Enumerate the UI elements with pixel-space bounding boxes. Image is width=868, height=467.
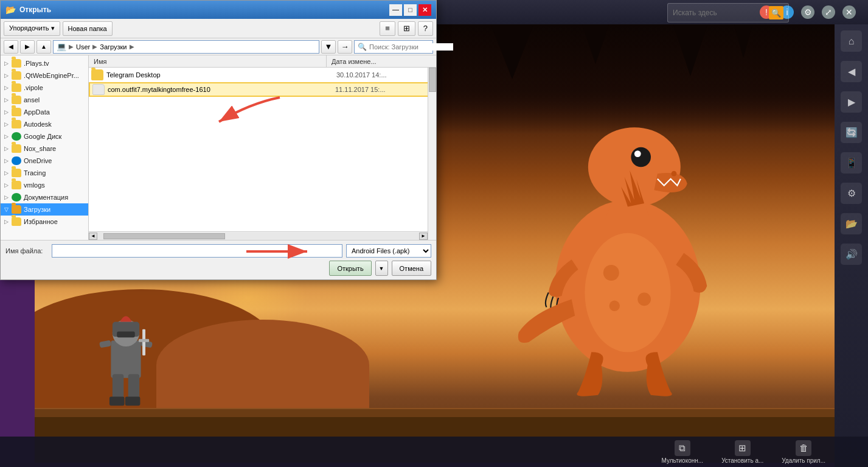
forward-button[interactable]: ► (20, 40, 35, 54)
path-bar[interactable]: 💻 ▶ User ▶ Загрузки ▶ (53, 40, 319, 54)
multiwindow-action[interactable]: ⧉ Мультиоконн... (661, 440, 703, 464)
col-name-label: Имя (94, 58, 106, 65)
file-item-telegram[interactable]: Telegram Desktop 30.10.2017 14:... (89, 68, 436, 82)
multiwindow-label: Мультиоконн... (661, 457, 703, 464)
nav-item-gdrive[interactable]: ▷ Google Диск (1, 130, 88, 142)
col-date-header[interactable]: Дата измене... (327, 55, 436, 67)
sidebar-icon-4[interactable]: 🔄 (841, 122, 862, 143)
scroll-left-btn[interactable]: ◄ (89, 233, 97, 240)
maximize-button[interactable]: □ (404, 4, 417, 16)
nav-item-onedrive[interactable]: ▷ OneDrive (1, 155, 88, 167)
svg-point-14 (631, 147, 651, 167)
nav-item-label: Документация (24, 194, 68, 201)
resize-icon-btn[interactable]: ⤢ (822, 5, 835, 19)
refresh-button[interactable]: → (338, 40, 352, 54)
open-button[interactable]: Открыть (329, 261, 371, 276)
install-action[interactable]: ⊞ Установить а... (721, 440, 763, 464)
file-item-apk[interactable]: com.outfit7.mytalkingtomfree-1610 11.11.… (89, 82, 436, 97)
sidebar-icon-2[interactable]: ◀ (841, 61, 862, 82)
svg-point-17 (585, 233, 670, 352)
scroll-right-btn[interactable]: ► (419, 233, 428, 240)
expand-arrow: ▷ (4, 121, 9, 127)
sidebar-icon-3[interactable]: ▶ (841, 91, 862, 113)
ground-top (35, 408, 835, 417)
right-file-pane: Имя Дата измене... Telegram Desktop 30.1… (89, 55, 436, 240)
folder-icon (12, 144, 21, 153)
filename-row: Имя файла: Android Files (.apk) (5, 244, 431, 258)
new-folder-button[interactable]: Новая папка (63, 21, 113, 36)
settings-icon-btn[interactable]: ⚙ (801, 5, 814, 19)
column-header: Имя Дата измене... (89, 55, 436, 68)
sidebar-icon-6[interactable]: ⚙ (841, 183, 862, 204)
view-large-button[interactable]: ⊞ (398, 21, 415, 36)
dialog-navbar: ◄ ► ▲ 💻 ▶ User ▶ Загрузки ▶ ▼ → 🔍 (1, 38, 436, 55)
search-box[interactable]: 🔍 (354, 40, 433, 54)
vertical-scrollbar[interactable] (428, 68, 436, 240)
install-icon: ⊞ (735, 440, 751, 456)
window-controls: — □ ✕ (389, 4, 431, 16)
filename-input[interactable] (52, 244, 342, 258)
sidebar-icon-1[interactable]: ⌂ (841, 30, 862, 52)
nav-item-favorites[interactable]: ▷ Избранное (1, 216, 88, 228)
sidebar-icon-8[interactable]: 🔊 (841, 244, 862, 265)
delete-action[interactable]: 🗑 Удалить прил... (782, 440, 825, 464)
dialog-title-area: 📂 Открыть (5, 5, 51, 15)
expand-arrow: ▷ (4, 158, 9, 164)
sidebar-icon-7[interactable]: 📂 (841, 213, 862, 234)
back-button[interactable]: ◄ (4, 40, 18, 54)
minimize-button[interactable]: — (389, 4, 402, 16)
col-name-header[interactable]: Имя (89, 55, 327, 67)
horizontal-scrollbar[interactable]: ◄ ► (89, 231, 428, 240)
svg-point-20 (609, 301, 620, 311)
search-field[interactable] (369, 43, 453, 51)
nav-item-nox[interactable]: ▷ Nox_share (1, 142, 88, 155)
col-date-label: Дата измене... (332, 58, 377, 65)
search-button[interactable]: 🔍 (769, 6, 783, 19)
dialog-bottom: Имя файла: Android Files (.apk) Открыть … (1, 240, 436, 279)
nav-item-vmlogs[interactable]: ▷ vmlogs (1, 179, 88, 191)
nav-item-label: vmlogs (24, 181, 45, 189)
nav-item-autodesk[interactable]: ▷ Autodesk (1, 118, 88, 130)
dinosaur-character (512, 97, 743, 402)
expand-arrow: ▷ (4, 72, 9, 79)
dropdown-button[interactable]: ▼ (321, 40, 336, 54)
expand-arrow: ▷ (4, 194, 9, 200)
up-button[interactable]: ▲ (36, 40, 51, 54)
close-icon-btn[interactable]: ✕ (842, 5, 856, 19)
folder-icon (12, 83, 21, 92)
multiwindow-icon: ⧉ (675, 440, 690, 456)
warrior-character (95, 311, 156, 408)
nav-item-appdata[interactable]: ▷ AppData (1, 106, 88, 118)
cancel-button[interactable]: Отмена (392, 261, 431, 276)
organize-button[interactable]: Упорядочить ▾ (4, 21, 60, 36)
nav-item-tracing[interactable]: ▷ Tracing (1, 167, 88, 179)
folder-file-icon (91, 69, 103, 80)
nav-item-label: Tracing (24, 169, 46, 177)
open-dropdown-button[interactable]: ▼ (375, 261, 388, 276)
nav-item-vipole[interactable]: ▷ .vipole (1, 82, 88, 94)
delete-icon: 🗑 (796, 440, 811, 456)
nav-item-downloads[interactable]: ▽ Загрузки (1, 203, 88, 216)
svg-rect-3 (117, 331, 135, 337)
search-icon: 🔍 (358, 43, 367, 51)
close-button[interactable]: ✕ (418, 4, 431, 16)
nav-item-qt[interactable]: ▷ .QtWebEnginePr... (1, 69, 88, 82)
doc-file-icon (92, 84, 105, 95)
filetype-select[interactable]: Android Files (.apk) (346, 244, 431, 258)
stalactite-7 (673, 24, 707, 76)
stalactite-8 (734, 24, 752, 58)
nav-item-label: Nox_share (24, 145, 56, 152)
view-list-button[interactable]: ≡ (380, 21, 395, 36)
nav-item-ansel[interactable]: ▷ ansel (1, 94, 88, 106)
sidebar-icon-5[interactable]: 📱 (841, 152, 862, 174)
emulator-search-bar[interactable]: 🔍 (667, 3, 789, 23)
nav-item-docs[interactable]: ▷ Документация (1, 191, 88, 203)
nav-item-label: .Plays.tv (24, 60, 49, 67)
svg-rect-10 (109, 397, 125, 406)
nav-item-plays[interactable]: ▷ .Plays.tv (1, 57, 88, 69)
folder-icon (12, 217, 21, 226)
help-button[interactable]: ? (418, 21, 433, 36)
nav-item-label: .QtWebEnginePr... (24, 72, 79, 79)
search-input[interactable] (673, 9, 769, 17)
bottom-taskbar: ⧉ Мультиоконн... ⊞ Установить а... 🗑 Уда… (0, 437, 868, 467)
